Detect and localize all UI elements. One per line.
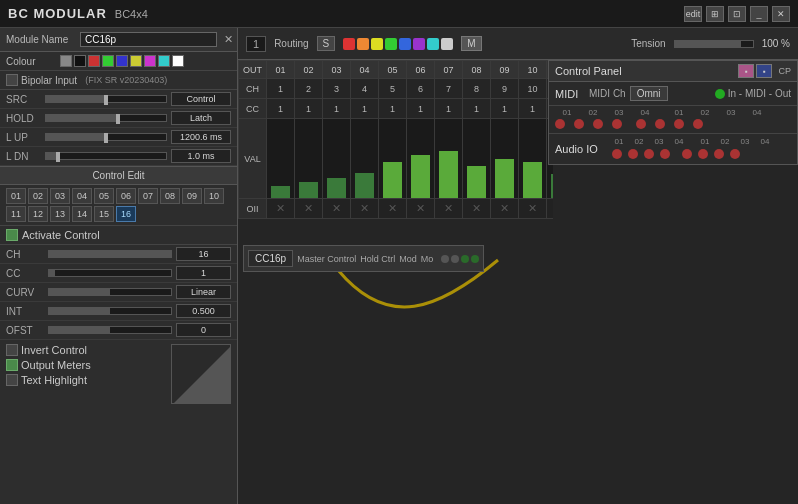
activate-checkbox[interactable] xyxy=(6,229,18,241)
routing-color-7[interactable] xyxy=(441,38,453,50)
routing-color-1[interactable] xyxy=(357,38,369,50)
cc-1: 1 xyxy=(267,99,295,119)
edit-button[interactable]: edit xyxy=(684,6,702,22)
fader-9[interactable] xyxy=(491,119,519,199)
ch-06[interactable]: 06 xyxy=(116,188,136,204)
cp-curv-row: CURV Linear xyxy=(0,283,237,302)
swatch-5[interactable] xyxy=(130,55,142,67)
ch-1: 1 xyxy=(267,79,295,99)
cp-btn-blue[interactable]: ▪ xyxy=(756,64,772,78)
fix-label: (FIX SR v20230403) xyxy=(85,75,167,85)
control-edit-header: Control Edit xyxy=(0,166,237,185)
audio-dot-6[interactable] xyxy=(698,149,708,159)
audio-dot-1[interactable] xyxy=(612,149,622,159)
routing-color-4[interactable] xyxy=(399,38,411,50)
close-button[interactable]: ✕ xyxy=(772,6,790,22)
ch-5: 5 xyxy=(379,79,407,99)
fader-4[interactable] xyxy=(351,119,379,199)
ch-13[interactable]: 13 xyxy=(50,206,70,222)
swatch-7[interactable] xyxy=(158,55,170,67)
midi-dot-5[interactable] xyxy=(636,119,646,129)
fader-5[interactable] xyxy=(379,119,407,199)
fader-1[interactable] xyxy=(267,119,295,199)
ch-16[interactable]: 16 xyxy=(116,206,136,222)
routing-color-2[interactable] xyxy=(371,38,383,50)
ch-12[interactable]: 12 xyxy=(28,206,48,222)
omni-button[interactable]: Omni xyxy=(630,86,668,101)
midi-dot-3[interactable] xyxy=(593,119,603,129)
hold-slider[interactable] xyxy=(45,114,167,122)
ch-09[interactable]: 09 xyxy=(182,188,202,204)
cp-int-row: INT 0.500 xyxy=(0,302,237,321)
ch-08[interactable]: 08 xyxy=(160,188,180,204)
fader-7[interactable] xyxy=(435,119,463,199)
ch-02[interactable]: 02 xyxy=(28,188,48,204)
cp-ch-slider[interactable] xyxy=(48,250,172,258)
tension-slider[interactable] xyxy=(674,40,754,48)
swatch-4[interactable] xyxy=(116,55,128,67)
ch-10[interactable]: 10 xyxy=(204,188,224,204)
swatch-6[interactable] xyxy=(144,55,156,67)
ch-9: 9 xyxy=(491,79,519,99)
routing-color-0[interactable] xyxy=(343,38,355,50)
grid-table: OUT 01 02 03 04 05 06 07 08 09 10 11 xyxy=(238,60,553,219)
module-name-close[interactable]: ✕ xyxy=(221,33,236,46)
ch-11[interactable]: 11 xyxy=(6,206,26,222)
fader-10[interactable] xyxy=(519,119,547,199)
text-highlight-item: Text Highlight xyxy=(6,374,163,386)
audio-dot-4[interactable] xyxy=(660,149,670,159)
midi-dot-2[interactable] xyxy=(574,119,584,129)
swatch-8[interactable] xyxy=(172,55,184,67)
midi-dot-8[interactable] xyxy=(693,119,703,129)
routing-s-button[interactable]: S xyxy=(317,36,336,51)
midi-dot-1[interactable] xyxy=(555,119,565,129)
ch-04[interactable]: 04 xyxy=(72,188,92,204)
bipolar-checkbox[interactable] xyxy=(6,74,18,86)
ch-14[interactable]: 14 xyxy=(72,206,92,222)
invert-control-checkbox[interactable] xyxy=(6,344,18,356)
swatch-2[interactable] xyxy=(88,55,100,67)
cp-btn-pink[interactable]: ▪ xyxy=(738,64,754,78)
grid-button[interactable]: ⊞ xyxy=(706,6,724,22)
swatch-0[interactable] xyxy=(60,55,72,67)
ldn-value: 1.0 ms xyxy=(171,149,231,163)
colour-row: Colour xyxy=(0,52,237,71)
midi-dot-7[interactable] xyxy=(674,119,684,129)
midi-dot-4[interactable] xyxy=(612,119,622,129)
routing-m-button[interactable]: M xyxy=(461,36,481,51)
fader-2[interactable] xyxy=(295,119,323,199)
ch-03[interactable]: 03 xyxy=(50,188,70,204)
x-4: ✕ xyxy=(351,199,379,219)
routing-color-5[interactable] xyxy=(413,38,425,50)
cp-cc-slider[interactable] xyxy=(48,269,172,277)
src-slider[interactable] xyxy=(45,95,167,103)
routing-color-3[interactable] xyxy=(385,38,397,50)
output-meters-checkbox[interactable] xyxy=(6,359,18,371)
audio-dot-2[interactable] xyxy=(628,149,638,159)
ch-01[interactable]: 01 xyxy=(6,188,26,204)
ldn-slider[interactable] xyxy=(45,152,167,160)
cp-int-slider[interactable] xyxy=(48,307,172,315)
routing-color-6[interactable] xyxy=(427,38,439,50)
audio-dot-8[interactable] xyxy=(730,149,740,159)
fader-8[interactable] xyxy=(463,119,491,199)
audio-dot-7[interactable] xyxy=(714,149,724,159)
output-meters-label: Output Meters xyxy=(21,359,91,371)
cp-curv-slider[interactable] xyxy=(48,288,172,296)
audio-dot-3[interactable] xyxy=(644,149,654,159)
ch-05[interactable]: 05 xyxy=(94,188,114,204)
fader-6[interactable] xyxy=(407,119,435,199)
fader-3[interactable] xyxy=(323,119,351,199)
ch-07[interactable]: 07 xyxy=(138,188,158,204)
lup-slider[interactable] xyxy=(45,133,167,141)
midi-dot-6[interactable] xyxy=(655,119,665,129)
audio-dot-5[interactable] xyxy=(682,149,692,159)
ch-15[interactable]: 15 xyxy=(94,206,114,222)
module-name-input[interactable] xyxy=(80,32,217,47)
minimize-button[interactable]: _ xyxy=(750,6,768,22)
swatch-3[interactable] xyxy=(102,55,114,67)
swatch-1[interactable] xyxy=(74,55,86,67)
text-highlight-checkbox[interactable] xyxy=(6,374,18,386)
cp-ofst-slider[interactable] xyxy=(48,326,172,334)
restore-button[interactable]: ⊡ xyxy=(728,6,746,22)
